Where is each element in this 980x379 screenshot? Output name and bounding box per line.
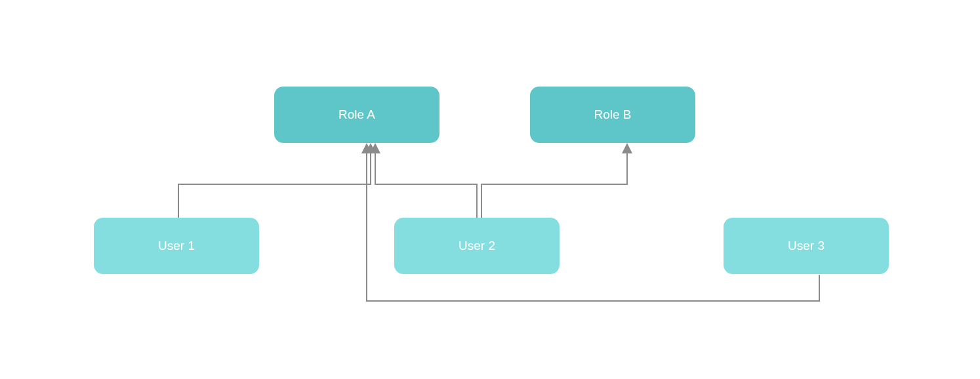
node-user-1: User 1 [94,218,259,274]
connector-lines [0,0,980,379]
node-user-2-label: User 2 [459,239,495,253]
node-role-a-label: Role A [338,108,375,122]
node-user-3: User 3 [724,218,889,274]
node-user-2: User 2 [394,218,560,274]
node-user-1-label: User 1 [158,239,195,253]
node-role-b-label: Role B [594,108,631,122]
node-user-3-label: User 3 [788,239,825,253]
node-role-a: Role A [274,87,439,143]
node-role-b: Role B [530,87,695,143]
